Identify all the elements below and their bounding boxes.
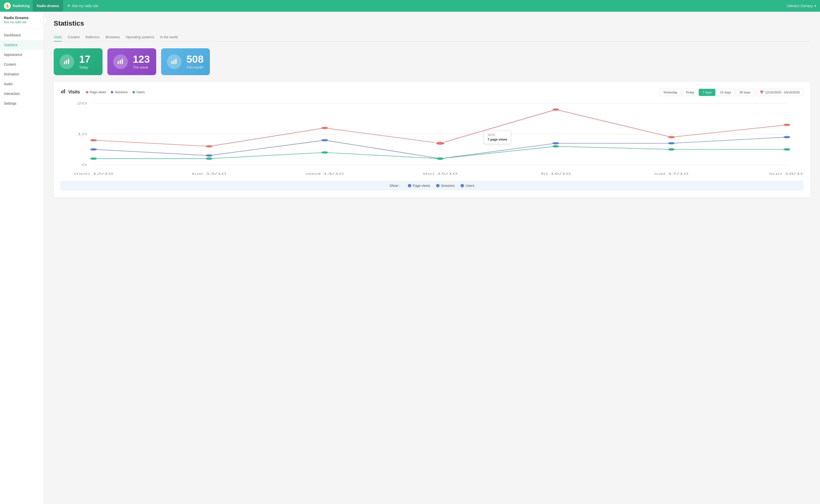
stat-label-month: This month: [186, 65, 203, 69]
sidebar: Radio Dreams See my radio site ‹ Dashboa…: [0, 12, 44, 504]
bottom-label-sessions: Sessions: [441, 184, 455, 188]
legend-dot-sessions: [111, 91, 113, 93]
legend-page-views: Page views: [86, 90, 106, 94]
svg-rect-11: [64, 89, 65, 93]
stat-icon-today: [60, 54, 74, 69]
svg-text:fri 16/10: fri 16/10: [541, 172, 571, 175]
calendar-icon: 📅: [760, 91, 764, 94]
legend-users: Users: [132, 90, 145, 94]
ctrl-15days[interactable]: 15 days: [716, 89, 735, 96]
legend-dot-page-views: [86, 91, 88, 93]
sidebar-radio-link[interactable]: See my radio site: [4, 20, 27, 24]
see-site-label: See my radio site: [72, 4, 98, 8]
sidebar-item-settings[interactable]: Settings: [0, 99, 44, 108]
sidebar-item-content[interactable]: Content: [0, 60, 44, 69]
chart-legend: Page views Sessions Users: [86, 90, 145, 94]
sidebar-item-interaction[interactable]: Interaction: [0, 89, 44, 99]
svg-point-43: [553, 145, 559, 147]
stat-label-week: This week: [133, 65, 150, 69]
bottom-dot-users: [461, 184, 464, 187]
chart-panel: Visits Page views Sessions: [54, 82, 810, 197]
show-label: Show :: [389, 184, 400, 188]
svg-point-42: [437, 158, 444, 160]
sidebar-item-statistics[interactable]: Statistics: [0, 40, 44, 50]
stat-card-week: 123 This week: [107, 48, 156, 75]
svg-point-25: [90, 139, 97, 141]
svg-point-39: [90, 158, 97, 160]
date-range-label: 12/10/2020 - 18/10/2020: [765, 91, 800, 94]
bottom-legend-sessions[interactable]: Sessions: [436, 184, 455, 188]
ctrl-date-range[interactable]: 📅 12/10/2020 - 18/10/2020: [756, 89, 803, 96]
chart-title: Visits: [60, 89, 80, 95]
layout: Radio Dreams See my radio site ‹ Dashboa…: [0, 12, 820, 504]
sidebar-nav: Dashboard Statistics Appearance Content …: [0, 28, 44, 110]
svg-text:0: 0: [82, 163, 87, 167]
svg-point-32: [90, 148, 97, 151]
ctrl-30days[interactable]: 30 days: [736, 89, 754, 96]
chart-area: 01020mon 12/10tue 13/10wed 14/10thu 15/1…: [60, 98, 803, 176]
legend-label-sessions: Sessions: [115, 90, 128, 94]
bottom-dot-page-views: [408, 184, 411, 187]
ctrl-today[interactable]: Today: [682, 89, 698, 96]
svg-point-26: [206, 145, 212, 147]
stat-card-month: 508 This month: [161, 48, 210, 75]
nav-radio-name[interactable]: Radio dreams: [33, 0, 63, 12]
svg-point-45: [784, 148, 790, 151]
tab-content[interactable]: Content: [68, 33, 80, 41]
svg-rect-4: [120, 60, 121, 64]
svg-point-29: [553, 108, 559, 111]
svg-point-34: [321, 139, 328, 141]
bottom-label-page-views: Page views: [413, 184, 430, 188]
svg-point-38: [784, 136, 790, 138]
ctrl-yesterday[interactable]: Yesterday: [660, 89, 681, 96]
stat-value-month: 508: [186, 54, 203, 64]
page-title: Statistics: [54, 20, 810, 27]
tab-browsers[interactable]: Browsers: [106, 33, 120, 41]
svg-rect-1: [66, 60, 67, 64]
ctrl-7days[interactable]: 7 days: [699, 89, 715, 96]
chart-controls: Yesterday Today 7 days 15 days 30 days 📅…: [660, 89, 803, 96]
legend-dot-users: [132, 91, 135, 93]
bottom-dot-sessions: [436, 184, 440, 187]
user-menu[interactable]: Clément Dumazy ▾: [787, 4, 816, 8]
svg-text:sat 17/10: sat 17/10: [654, 172, 688, 175]
sidebar-item-dashboard[interactable]: Dashboard: [0, 30, 44, 40]
sidebar-radio-name: Radio Dreams: [4, 16, 40, 20]
sidebar-item-animation[interactable]: Animation: [0, 69, 44, 79]
sidebar-item-appearance[interactable]: Appearance: [0, 50, 44, 60]
svg-rect-7: [173, 60, 175, 64]
chevron-down-icon: ▾: [814, 4, 816, 8]
tab-in-the-world[interactable]: In the world: [160, 33, 178, 41]
svg-point-31: [784, 124, 790, 126]
svg-point-30: [668, 136, 675, 138]
legend-label-users: Users: [136, 90, 145, 94]
sidebar-item-audio[interactable]: Audio: [0, 79, 44, 89]
sidebar-collapse-button[interactable]: ‹: [40, 18, 47, 24]
sidebar-header: Radio Dreams See my radio site: [0, 12, 44, 28]
stat-icon-month: [167, 54, 181, 69]
svg-text:thu 15/10: thu 15/10: [423, 172, 457, 175]
tab-referrers[interactable]: Referrers: [85, 33, 100, 41]
chart-svg: 01020mon 12/10tue 13/10wed 14/10thu 15/1…: [60, 98, 803, 176]
bottom-legend-page-views[interactable]: Page views: [408, 184, 430, 188]
svg-rect-6: [171, 61, 172, 64]
bottom-legend-users[interactable]: Users: [461, 184, 475, 188]
stat-info-week: 123 This week: [133, 54, 150, 69]
stat-icon-week: [113, 54, 128, 69]
svg-text:20: 20: [77, 102, 87, 105]
nav-see-site[interactable]: 👁 See my radio site: [63, 0, 102, 12]
stat-cards: 17 Today 123 This week 508 T: [54, 48, 810, 75]
bottom-label-users: Users: [466, 184, 475, 188]
svg-point-40: [206, 158, 212, 160]
tab-operating-systems[interactable]: Operating systems: [126, 33, 154, 41]
eye-icon: 👁: [67, 4, 71, 8]
bottom-legend: Show : Page views Sessions Users: [60, 181, 803, 191]
svg-text:mon 12/10: mon 12/10: [74, 172, 113, 175]
legend-label-page-views: Page views: [90, 90, 106, 94]
legend-sessions: Sessions: [111, 90, 128, 94]
tabs: Visits Content Referrers Browsers Operat…: [54, 33, 810, 41]
svg-point-33: [206, 154, 212, 157]
tab-visits[interactable]: Visits: [54, 33, 62, 41]
stat-info-today: 17 Today: [79, 54, 91, 69]
svg-rect-2: [68, 59, 69, 64]
